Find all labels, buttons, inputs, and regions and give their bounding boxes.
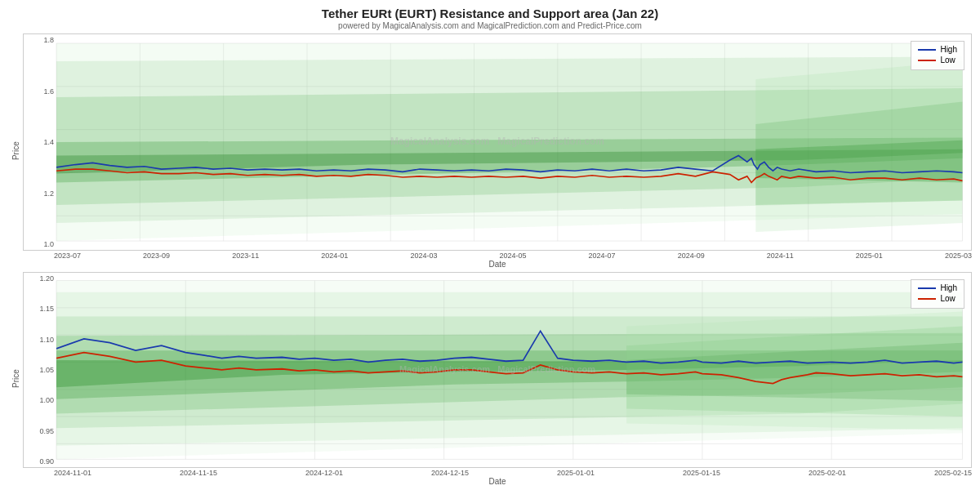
low-label: Low xyxy=(940,56,955,65)
bottom-x-title: Date xyxy=(23,477,972,486)
bottom-low-line-icon xyxy=(918,298,936,300)
bottom-high-line-icon xyxy=(918,287,936,289)
bx-label-8: 2025-02-15 xyxy=(934,469,972,477)
bottom-high-label: High xyxy=(940,283,957,292)
top-chart-inner: 1.8 1.6 1.4 1.2 1.0 xyxy=(23,33,972,269)
bottom-chart-svg xyxy=(24,273,971,467)
bx-label-5: 2025-01-01 xyxy=(557,469,595,477)
bottom-low-label: Low xyxy=(940,294,955,303)
x-label-9: 2024-11 xyxy=(767,252,794,260)
bottom-y-label: Price xyxy=(8,272,23,486)
x-label-8: 2024-09 xyxy=(678,252,705,260)
x-label-4: 2024-01 xyxy=(321,252,348,260)
legend-item-high: High xyxy=(918,45,957,54)
bx-label-6: 2025-01-15 xyxy=(683,469,720,477)
bottom-chart-inner: 1.20 1.15 1.10 1.05 1.00 0.95 0.90 xyxy=(23,272,972,486)
bx-label-7: 2025-02-01 xyxy=(808,469,846,477)
bottom-x-labels: 2024-11-01 2024-11-15 2024-12-01 2024-12… xyxy=(23,468,972,477)
top-y-label: Price xyxy=(8,33,23,269)
high-line-icon xyxy=(918,49,936,51)
x-label-1: 2023-07 xyxy=(54,252,81,260)
bx-label-1: 2024-11-01 xyxy=(54,469,91,477)
x-label-11: 2025-03 xyxy=(945,252,972,260)
bottom-chart-section: Price 1.20 1.15 1.10 1.05 1.00 0.95 0.90 xyxy=(8,272,972,486)
top-legend: High Low xyxy=(911,41,964,70)
top-x-title: Date xyxy=(23,260,972,269)
top-chart-svg xyxy=(24,34,971,250)
high-label: High xyxy=(940,45,957,54)
top-chart-canvas: 1.8 1.6 1.4 1.2 1.0 xyxy=(23,33,972,251)
page-container: Tether EURt (EURT) Resistance and Suppor… xyxy=(0,0,980,490)
x-label-5: 2024-03 xyxy=(410,252,437,260)
x-label-2: 2023-09 xyxy=(143,252,170,260)
top-x-labels: 2023-07 2023-09 2023-11 2024-01 2024-03 … xyxy=(23,251,972,260)
low-line-icon xyxy=(918,60,936,61)
top-chart-section: Price 1.8 1.6 1.4 1.2 1.0 xyxy=(8,33,972,269)
bx-label-2: 2024-11-15 xyxy=(180,469,217,477)
x-label-6: 2024-05 xyxy=(499,252,526,260)
x-label-10: 2025-01 xyxy=(856,252,883,260)
legend-item-low: Low xyxy=(918,56,957,65)
x-label-3: 2023-11 xyxy=(232,252,259,260)
bottom-legend-item-high: High xyxy=(918,283,957,292)
bx-label-3: 2024-12-01 xyxy=(305,469,343,477)
bx-label-4: 2024-12-15 xyxy=(431,469,469,477)
bottom-legend-item-low: Low xyxy=(918,294,957,303)
charts-wrapper: Price 1.8 1.6 1.4 1.2 1.0 xyxy=(8,33,972,486)
bottom-legend: High Low xyxy=(911,279,964,309)
main-title: Tether EURt (EURT) Resistance and Suppor… xyxy=(8,7,972,20)
x-label-7: 2024-07 xyxy=(589,252,616,260)
subtitle: powered by MagicalAnalysis.com and Magic… xyxy=(8,21,972,30)
bottom-chart-canvas: 1.20 1.15 1.10 1.05 1.00 0.95 0.90 xyxy=(23,272,972,468)
